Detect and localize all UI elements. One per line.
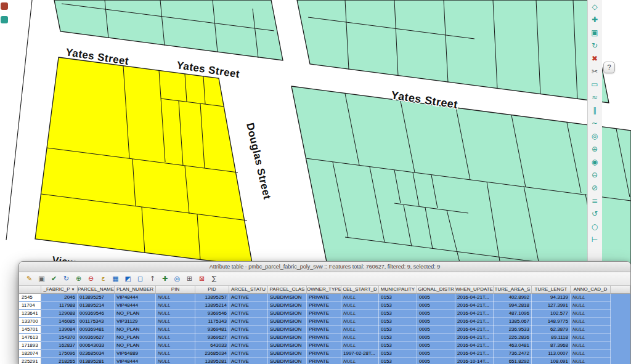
table-cell[interactable]: 102.577 [532, 310, 571, 318]
table-cell[interactable]: VIP31129 [115, 318, 156, 326]
table-cell[interactable]: 2016-04-21T... [455, 350, 494, 358]
table-cell[interactable]: 0153 [379, 342, 417, 350]
rotate-feature-icon[interactable]: ↻ [588, 39, 601, 52]
table-cell[interactable]: 000643033 [78, 342, 115, 350]
add-part-icon[interactable]: ⊕ [588, 143, 601, 155]
help-button[interactable]: ? [603, 62, 615, 73]
table-cell[interactable]: PRIVATE [307, 334, 341, 342]
table-cell[interactable]: SUBDIVISION [268, 294, 307, 302]
column-header[interactable]: MUNICIPALITY [379, 286, 417, 294]
table-cell[interactable]: SUBDIVISION [268, 302, 307, 310]
table-cell[interactable]: ACTIVE [229, 318, 268, 326]
left-toolbar-icon-1[interactable] [1, 2, 8, 10]
table-cell[interactable]: VIP48444 [115, 302, 156, 310]
table-cell[interactable]: SUBDIVISION [268, 318, 307, 326]
table-cell[interactable]: 218265 [41, 358, 78, 364]
table-cell[interactable]: NO_PLAN [115, 334, 156, 342]
table-cell[interactable]: 736.2472 [494, 350, 532, 358]
table-cell[interactable]: NULL [156, 342, 195, 350]
left-toolbar-icon-2[interactable] [1, 16, 8, 23]
column-header[interactable]: PIN [156, 286, 195, 294]
table-cell[interactable]: NULL [341, 302, 379, 310]
table-cell[interactable]: NULL [571, 294, 611, 302]
table-cell[interactable]: NULL [156, 302, 195, 310]
column-header[interactable]: PARCEL_NAME [78, 286, 115, 294]
delete-part-icon[interactable]: ⊘ [588, 182, 601, 194]
column-header[interactable]: ARCEL_STATU [229, 286, 268, 294]
table-cell[interactable]: NULL [571, 342, 611, 350]
table-cell[interactable]: 0153 [379, 326, 417, 334]
row-number[interactable]: 11704 [19, 302, 41, 309]
table-cell[interactable]: SUBDIVISION [268, 342, 307, 350]
column-header[interactable]: ANNO_CAD_D [571, 286, 611, 294]
table-cell[interactable]: 162837 [41, 342, 78, 350]
table-cell[interactable]: 94.3139 [532, 294, 571, 302]
column-header[interactable]: PLAN_NUMBER [115, 286, 156, 294]
table-cell[interactable]: 175096 [41, 350, 78, 358]
table-cell[interactable]: 487.1096 [494, 310, 532, 318]
table-cell[interactable]: 9369481 [195, 326, 229, 334]
select-by-expression-icon[interactable]: ε [98, 273, 108, 284]
table-cell[interactable]: 0153 [379, 310, 417, 318]
row-number[interactable]: 182074 [19, 350, 41, 357]
table-cell[interactable]: 154370 [41, 334, 78, 342]
merge-features-icon[interactable]: ▭ [588, 78, 601, 91]
table-cell[interactable]: NULL [341, 318, 379, 326]
row-number[interactable]: 225291 [19, 358, 41, 364]
table-row[interactable]: 145701139084009369481NO_PLANNULL9369481A… [19, 326, 630, 334]
table-cell[interactable]: NO_PLAN [115, 310, 156, 318]
table-cell[interactable]: PRIVATE [307, 342, 341, 350]
table-cell[interactable]: 2046 [41, 294, 78, 302]
table-cell[interactable]: NULL [571, 326, 611, 334]
table-cell[interactable]: 023685034 [78, 350, 115, 358]
table-row[interactable]: 11704117988013895214VIP48444NULL13895214… [19, 302, 630, 310]
table-cell[interactable]: NULL [571, 334, 611, 342]
select-all-icon[interactable]: ▦ [110, 273, 121, 284]
table-cell[interactable]: SUBDIVISION [268, 310, 307, 318]
offset-symbol-icon[interactable]: ○ [588, 220, 601, 233]
table-cell[interactable]: NULL [156, 294, 195, 302]
column-header[interactable]: _FABRIC_P▼ [41, 286, 78, 294]
table-cell[interactable]: 0153 [379, 318, 417, 326]
column-header[interactable]: PARCEL_CLAS [268, 286, 307, 294]
add-ring-icon[interactable]: ◎ [588, 130, 601, 142]
table-row[interactable]: 147613154370009369627NO_PLANNULL9369627A… [19, 334, 630, 342]
table-cell[interactable]: 236.9533 [494, 326, 532, 334]
vertex-tool-icon[interactable]: ◇ [588, 1, 601, 13]
table-cell[interactable]: 127.3991 [532, 302, 571, 310]
toggle-editing-icon[interactable]: ✎ [24, 273, 35, 284]
delete-ring-icon[interactable]: ⊖ [588, 169, 601, 181]
table-cell[interactable]: NULL [571, 302, 611, 310]
table-cell[interactable]: 87.3968 [532, 342, 571, 350]
delete-field-icon[interactable]: ⊠ [197, 273, 207, 284]
table-cell[interactable]: NULL [341, 294, 379, 302]
column-header[interactable]: PID [195, 286, 229, 294]
table-cell[interactable]: 463.0481 [494, 342, 532, 350]
table-row[interactable]: 133700146085001175343VIP31129NULL1175343… [19, 318, 630, 326]
table-cell[interactable]: NO_PLAN [115, 342, 156, 350]
table-cell[interactable]: ACTIVE [229, 294, 268, 302]
table-cell[interactable]: 0005 [417, 358, 455, 364]
table-cell[interactable]: VIP48444 [115, 294, 156, 302]
add-feature-icon[interactable]: ⊕ [73, 273, 84, 284]
table-cell[interactable]: 009369546 [78, 310, 115, 318]
table-cell[interactable]: NULL [341, 342, 379, 350]
table-cell[interactable]: 0153 [379, 350, 417, 358]
save-edits-icon[interactable]: ✔ [49, 273, 59, 284]
table-row[interactable]: 123641129088009369546NO_PLANNULL9369546A… [19, 310, 630, 318]
table-cell[interactable]: ACTIVE [229, 326, 268, 334]
table-cell[interactable]: 148.9775 [532, 318, 571, 326]
table-cell[interactable]: 0153 [379, 334, 417, 342]
table-cell[interactable]: 001175343 [78, 318, 115, 326]
table-cell[interactable]: 1175343 [195, 318, 229, 326]
table-cell[interactable]: NULL [156, 334, 195, 342]
row-number[interactable]: 171893 [19, 342, 41, 349]
table-cell[interactable]: ACTIVE [229, 302, 268, 310]
fill-ring-icon[interactable]: ◉ [588, 156, 601, 168]
table-cell[interactable]: 62.3879 [532, 326, 571, 334]
table-cell[interactable]: 2016-04-21T... [455, 334, 494, 342]
pan-to-selection-icon[interactable]: ✚ [160, 273, 170, 284]
column-header[interactable]: OWNER_TYPE [307, 286, 341, 294]
merge-attributes-icon[interactable]: ≡ [588, 195, 601, 207]
table-cell[interactable]: SUBDIVISION [268, 358, 307, 364]
